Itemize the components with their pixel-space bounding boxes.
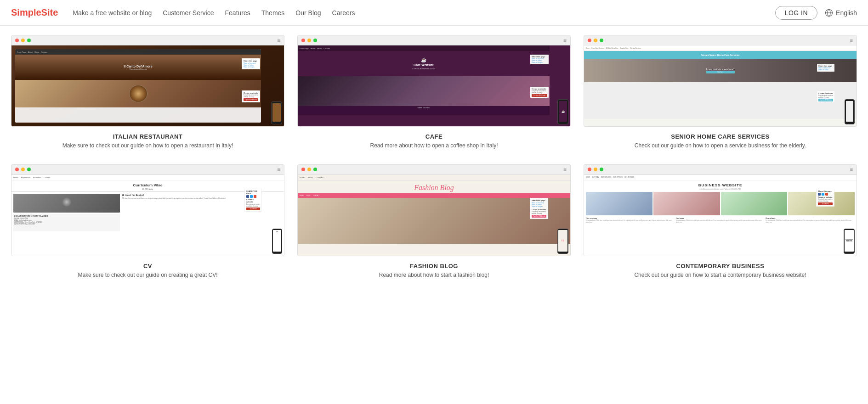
cafe-create-panel: Create a website Everybody can create a … [530,87,549,98]
browser-bar-senior: ≡ [584,35,857,45]
browser-menu-icon: ≡ [277,37,280,44]
cafe-cup-icon: ☕ [421,57,426,62]
login-button[interactable]: LOG IN [775,6,817,20]
share-g-icon [254,195,256,198]
business-preview-content: HOME OUR TEAM OUR SERVICES OUR OFFICES G… [584,175,857,256]
italian-preview-content: Front Page About Menu Contact Il Canto D… [11,45,284,126]
create-body: Everybody can create a website, it's eas… [818,95,833,98]
browser-menu-icon: ≡ [563,166,567,173]
header-right: LOG IN English [775,6,857,20]
nav-customer-service[interactable]: Customer Service [163,7,214,18]
language-label: English [836,9,857,17]
senior-name: SENIOR HOME CARE SERVICES [635,133,806,140]
cv-desc: Make sure to check out our guide on crea… [78,271,217,279]
cv-body: EVELYN WINTERS // EVENT PLANNER PHONE 12… [11,192,284,233]
theme-card-senior[interactable]: ≡ Home Home Care Services 24-Hour Home C… [584,35,857,150]
cv-nav-item: Home [13,176,18,179]
share-twitter: Share on Twitter [818,69,833,71]
cafe-inner: Front Page About Menu Contact ☕ Café Web… [298,45,550,126]
italian-hero-subtitle: Ristorante & Pizzeria [130,68,147,70]
cv-main-title: Curriculum Vitae [13,183,282,187]
biz-main-title: BUSINESS WEBSITE [586,183,855,187]
browser-dot-green [313,168,317,171]
cv-mobile-text: CV [273,230,281,234]
senior-cta: Do you need help in your home? Start her… [706,68,734,73]
browser-dot-yellow [307,39,311,42]
nav-themes[interactable]: Themes [261,7,285,18]
globe-icon [825,9,833,17]
theme-card-cv[interactable]: ≡ Home Experience Education Contact Curr… [11,164,284,279]
fashion-pink-item: BLOG [306,195,310,196]
fashion-nav: HOME BLOG CONTACT [298,175,570,180]
share-google: Share on Google+ [532,206,546,208]
browser-bar: ≡ [11,35,284,45]
create-body: Everybody can create a website, it's eas… [246,203,260,207]
browser-menu-icon: ≡ [850,166,853,173]
senior-bg: Home Home Care Services 24-Hour Home Car… [584,45,857,126]
cafe-nav-item: Front Page [300,47,309,50]
senior-cta-btn: Start here [706,71,734,73]
biz-contact-line: info@youremailaddress.com // phone 123-4… [586,188,855,190]
italian-nav-item: Front Page [17,51,26,53]
fashion-share-panel: Share this page Share on Facebook Share … [530,198,548,219]
browser-menu-icon: ≡ [563,37,567,44]
italian-mini-nav: Front Page About Menu Contact [15,49,261,55]
biz-services: Our services I'm a paragraph. Click here… [584,216,857,232]
fashion-preview-content: HOME BLOG CONTACT Fashion Blog HOME BLOG… [298,175,570,256]
senior-mobile-preview [845,99,855,124]
biz-service-text: I'm a paragraph. Click here to add your … [766,220,855,224]
theme-card-fashion[interactable]: ≡ HOME BLOG CONTACT Fashion Blog HOM [297,164,571,279]
share-fb-icon [246,195,249,198]
fashion-label: FASHION BLOG Read more about how to star… [379,263,489,279]
fashion-nav-item: CONTACT [316,176,324,179]
cv-photo [13,194,120,213]
senior-title: Sonata Senior Home Care Services [701,54,739,56]
biz-nav-item: OUR OFFICES [613,176,623,178]
language-selector[interactable]: English [825,9,857,17]
biz-nav-item: GET IN TOUCH [624,176,634,178]
fashion-blog-title: Fashion Blog [298,184,570,191]
biz-mobile-title: BUSINESS WEBSITE [845,239,854,242]
italian-overlay: Front Page About Menu Contact Il Canto D… [15,49,261,123]
theme-card-cafe[interactable]: ≡ Front Page About Menu Contact ☕ [297,35,571,150]
cv-preview-content: Home Experience Education Contact Curric… [11,175,284,256]
nav-features[interactable]: Features [225,7,250,18]
theme-card-business[interactable]: ≡ HOME OUR TEAM OUR SERVICES OUR OFFICES… [584,164,857,279]
nav-our-blog[interactable]: Our Blog [295,7,321,18]
biz-share-panel: Share this page Create a website Everybo… [816,189,834,207]
cv-nav-item: Contact [44,176,50,179]
italian-name: ITALIAN RESTAURANT [62,133,233,140]
biz-nav-item: OUR TEAM [592,176,599,178]
theme-card-italian[interactable]: ≡ Front Page About Menu Contact I [11,35,284,150]
cafe-nav-item: About [311,47,315,50]
fashion-mobile-preview: FB [557,229,568,254]
nav-careers[interactable]: Careers [332,7,355,18]
browser-dot-red [15,168,19,171]
cafe-label: CAFE Read more about how to open a coffe… [370,133,498,150]
logo[interactable]: SimpleSite [11,7,58,18]
browser-dot-yellow [594,39,597,42]
create-body: Everybody can create a website, it's eas… [244,94,258,98]
browser-dot-yellow [594,168,597,171]
cafe-share-panel: Share this page Share on Facebook Share … [530,55,549,64]
italian-mobile-preview [271,101,282,124]
cafe-mini-nav: Front Page About Menu Contact [298,45,550,51]
browser-dot-green [600,39,603,42]
browser-menu-icon: ≡ [277,166,280,173]
share-g-icon [825,193,828,196]
browser-menu-icon: ≡ [850,37,853,44]
senior-mobile-screen [846,101,853,122]
create-body: Everybody can create a website, it's eas… [532,90,547,94]
nav-make-free[interactable]: Make a free website or blog [73,7,152,18]
italian-share-panel: Share this page Share on Facebook Share … [242,58,260,69]
create-title: Create a website [246,198,260,203]
italian-food-image [129,85,148,102]
browser-bar-cv: ≡ [11,165,284,175]
italian-create-panel: Create a website Everybody can create a … [242,90,260,102]
cafe-preview-content: Front Page About Menu Contact ☕ Café Web… [298,45,570,126]
theme-preview-cafe: ≡ Front Page About Menu Contact ☕ [297,35,571,127]
cafe-bg: Front Page About Menu Contact ☕ Café Web… [298,45,570,126]
biz-photo-1 [586,192,652,215]
browser-dot-red [301,168,305,171]
cafe-title: Café Website [414,63,434,67]
